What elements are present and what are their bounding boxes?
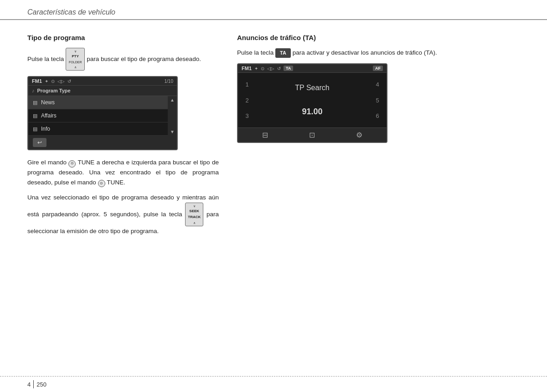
repeat-icon: ↺ <box>67 79 71 84</box>
pty-button: ∨ PTY FOLDER ∧ <box>66 48 85 71</box>
right-section-title: Anuncios de tráfico (TA) <box>237 34 520 41</box>
ta-num-1: 1 <box>245 81 248 88</box>
ta-right-nums: 4 5 6 <box>368 76 387 124</box>
screen-fm-label: FM1 <box>32 78 42 84</box>
list-icon: ▤ <box>33 126 37 132</box>
right-para1: Pulse la tecla TA para activar y desacti… <box>237 48 520 58</box>
ta-num-3: 3 <box>245 112 248 119</box>
ta-screen: FM1 ✦ ⊙ ◁▷ ↺ TA AF 1 2 3 TP Search <box>237 63 387 143</box>
ta-num-4: 4 <box>376 81 379 88</box>
ta-bottom-bar: ⊟ ⊡ ⚙ <box>238 127 387 142</box>
screen-page-num: 1/10 <box>165 79 173 84</box>
left-section-title: Tipo de programa <box>27 34 219 41</box>
page-footer: 4 250 <box>0 376 547 392</box>
program-type-label: Program Type <box>37 88 71 93</box>
ta-icon-1[interactable]: ⊟ <box>262 131 268 139</box>
ta-audio-icon: ◁▷ <box>267 66 274 71</box>
info-icon: ⊙ <box>51 79 55 84</box>
ta-badge: TA <box>284 66 293 71</box>
content-area: Tipo de programa Pulse la tecla ∨ PTY FO… <box>0 20 547 241</box>
ta-num-5: 5 <box>376 97 379 104</box>
left-para2: Gire el mando ⊙ TUNE a derecha e izquier… <box>27 158 219 187</box>
ta-num-6: 6 <box>376 112 379 119</box>
back-button[interactable]: ↩ <box>33 138 46 147</box>
screen-topbar: FM1 ✦ ⊙ ◁▷ ↺ 1/10 <box>28 77 177 86</box>
ta-repeat-icon: ↺ <box>277 66 281 71</box>
tune-knob-icon: ⊙ <box>68 160 76 168</box>
list-item[interactable]: ▤ News <box>28 96 168 109</box>
frequency-display: 91.00 <box>302 107 322 117</box>
ta-info-icon: ⊙ <box>261 66 264 71</box>
footer-section: 4 <box>27 381 31 388</box>
seek-button: ∨ SEEK TRACK ∧ <box>185 203 203 226</box>
left-para3: Una vez seleccionado el tipo de programa… <box>27 193 219 236</box>
ta-left-nums: 1 2 3 <box>238 76 256 124</box>
ta-button: TA <box>275 48 291 58</box>
ta-settings-icon[interactable]: ⚙ <box>356 131 362 139</box>
left-para1: Pulse la tecla ∨ PTY FOLDER ∧ para busca… <box>27 48 219 71</box>
footer-divider <box>33 380 34 388</box>
program-list: ▤ News ▤ Affairs ▤ Info <box>28 96 168 136</box>
program-type-row: ♪ Program Type <box>28 86 177 96</box>
audio-icon: ◁▷ <box>57 79 65 84</box>
list-icon: ▤ <box>33 100 37 106</box>
af-badge: AF <box>373 66 383 71</box>
back-bar: ↩ <box>28 136 177 149</box>
ta-fm-label: FM1 <box>242 66 252 71</box>
list-item[interactable]: ▤ Info <box>28 122 168 136</box>
ta-grid: 1 2 3 TP Search 91.00 4 5 6 <box>238 73 387 127</box>
scroll-up-icon[interactable]: ▲ <box>170 97 175 102</box>
right-column: Anuncios de tráfico (TA) Pulse la tecla … <box>237 34 520 241</box>
scroll-down-icon[interactable]: ▼ <box>170 129 175 134</box>
program-list-container: ▤ News ▤ Affairs ▤ Info ▲ <box>28 96 177 136</box>
ta-topbar: FM1 ✦ ⊙ ◁▷ ↺ TA AF <box>238 64 387 73</box>
list-icon: ▤ <box>33 113 37 119</box>
ta-num-2: 2 <box>245 97 248 104</box>
tune-knob2-icon: ⊙ <box>98 180 105 187</box>
ta-bluetooth-icon: ✦ <box>254 66 258 71</box>
scrollbar[interactable]: ▲ ▼ <box>168 96 177 136</box>
ta-center-content: TP Search 91.00 <box>256 76 368 124</box>
ta-icon-2[interactable]: ⊡ <box>309 131 315 139</box>
page-header: Características de vehículo <box>0 0 547 20</box>
bluetooth-icon: ✦ <box>45 79 48 84</box>
list-item[interactable]: ▤ Affairs <box>28 109 168 122</box>
program-type-screen: FM1 ✦ ⊙ ◁▷ ↺ 1/10 ♪ Program Type ▤ News <box>27 76 178 150</box>
page-title: Características de vehículo <box>27 8 115 16</box>
music-icon: ♪ <box>32 88 35 93</box>
left-column: Tipo de programa Pulse la tecla ∨ PTY FO… <box>27 34 219 241</box>
tp-search-label: TP Search <box>295 84 329 92</box>
footer-page: 250 <box>36 381 46 388</box>
